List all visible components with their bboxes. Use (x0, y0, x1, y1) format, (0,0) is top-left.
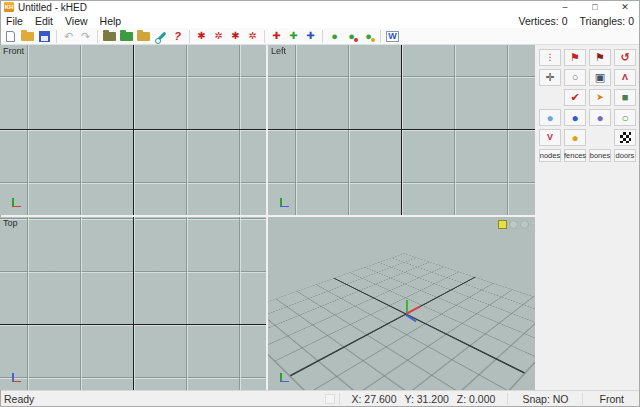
create-cube-button[interactable]: ■ (614, 89, 636, 106)
unweld-selected-icon: ✲ (248, 31, 256, 41)
z-axis-icon (280, 206, 289, 208)
move-tool-button[interactable]: ✛ (539, 69, 561, 86)
checkerboard-icon (620, 132, 631, 143)
import-model-button[interactable] (101, 29, 118, 44)
select-points-icon: ⋮ (546, 53, 555, 62)
lasso-icon: ↺ (620, 52, 629, 63)
undo-button[interactable]: ↶ (60, 29, 77, 44)
perspective-axis-gizmo (277, 369, 291, 383)
rotate-tool-button[interactable]: ○ (564, 69, 586, 86)
perspective-grid-plane (268, 254, 535, 390)
export-folder-icon (120, 32, 133, 41)
viewport-front[interactable]: Front (0, 45, 266, 215)
coord-y: Y: 31.200 (404, 393, 448, 405)
perspective-corner-controls (498, 220, 529, 229)
unweld-vertices-button[interactable]: ✱ (227, 29, 244, 44)
smooth-1-icon: ● (331, 31, 338, 42)
align-y-icon: ✚ (289, 31, 297, 41)
minimize-button[interactable]: – (550, 0, 580, 14)
active-view-indicator: Front (583, 393, 640, 405)
maximize-button[interactable]: □ (580, 0, 610, 14)
vertices-count: Vertices: 0 (519, 15, 568, 27)
viewport-top-label: Top (3, 218, 18, 228)
new-file-button[interactable] (2, 29, 19, 44)
light-sphere-icon: ● (546, 112, 553, 124)
viewport-perspective[interactable] (268, 217, 535, 390)
z-axis-icon (280, 381, 289, 383)
fences-button[interactable]: fences (564, 149, 586, 162)
new-file-icon (6, 31, 15, 42)
caliper-icon: Λ (622, 73, 628, 82)
import-folder-icon (103, 32, 116, 41)
sphere-blue-button[interactable]: ● (564, 109, 586, 126)
menu-edit[interactable]: Edit (29, 14, 59, 28)
app-icon: KH (4, 2, 14, 12)
smooth-group-3-button[interactable]: ● (360, 29, 377, 44)
shading-toggle-icon[interactable] (520, 220, 529, 229)
viewport-top[interactable]: Top (0, 217, 266, 390)
texture-toggle-icon[interactable] (509, 220, 518, 229)
bones-button[interactable]: bones (589, 149, 611, 162)
light-toggle-icon[interactable] (498, 220, 507, 229)
toolbar-separator (97, 30, 98, 43)
align-y-button[interactable]: ✚ (285, 29, 302, 44)
undo-icon: ↶ (64, 31, 73, 42)
export-model-button[interactable] (118, 29, 135, 44)
front-axis-horizontal (0, 129, 266, 130)
checker-flag-button[interactable] (614, 129, 636, 146)
measure-tool-button[interactable]: Λ (614, 69, 636, 86)
open-file-button[interactable] (19, 29, 36, 44)
sphere-yellow-button[interactable]: ● (564, 129, 586, 146)
grid-spacer (589, 129, 611, 146)
save-file-button[interactable] (36, 29, 53, 44)
align-x-button[interactable]: ✚ (268, 29, 285, 44)
nodes-button[interactable]: nodes (539, 149, 561, 162)
unweld-selected-button[interactable]: ✲ (244, 29, 261, 44)
redo-button[interactable]: ↷ (77, 29, 94, 44)
menu-help[interactable]: Help (94, 14, 128, 28)
settings-button[interactable] (152, 29, 169, 44)
select-flag-icon: ⚑ (570, 52, 580, 63)
viewport-left[interactable]: Left (268, 45, 535, 215)
flip-tool-button[interactable]: ✔ (564, 89, 586, 106)
wrench-icon (155, 30, 167, 42)
align-z-button[interactable]: ✚ (302, 29, 319, 44)
viewport-front-label: Front (3, 46, 24, 56)
window-controls: – □ ✕ (550, 0, 640, 14)
uvw-mapping-button[interactable]: W (384, 29, 401, 44)
select-faces-icon: ⚑ (595, 52, 605, 63)
flip-check-icon: ✔ (570, 92, 579, 103)
open-folder-icon (21, 32, 34, 41)
toolbar-separator (189, 30, 190, 43)
weld-selected-button[interactable]: ✲ (210, 29, 227, 44)
perspective-axis-2 (333, 278, 525, 374)
menu-view[interactable]: View (59, 14, 94, 28)
select-lasso-button[interactable]: ↺ (614, 49, 636, 66)
close-button[interactable]: ✕ (610, 0, 640, 14)
sphere-light-button[interactable]: ● (539, 109, 561, 126)
scale-tool-button[interactable]: ▣ (589, 69, 611, 86)
magnet-icon: V (547, 133, 553, 142)
smooth-group-1-button[interactable]: ● (326, 29, 343, 44)
cursor-coordinates: X: 27.600 Y: 31.200 Z: 0.000 (340, 393, 508, 405)
menu-bar: File Edit View Help Vertices: 0 Triangle… (0, 14, 640, 28)
select-drag-button[interactable]: ⚑ (564, 49, 586, 66)
help-button[interactable]: ? (169, 29, 186, 44)
main-toolbar: ↶ ↷ ? ✱ ✲ ✱ ✲ ✚ ✚ ✚ ● ● ● W (0, 28, 640, 45)
reload-textures-button[interactable] (135, 29, 152, 44)
purple-sphere-icon: ● (596, 112, 603, 124)
extrude-tool-button[interactable]: ➤ (589, 89, 611, 106)
select-faces-button[interactable]: ⚑ (589, 49, 611, 66)
sphere-purple-button[interactable]: ● (589, 109, 611, 126)
weld-vertices-button[interactable]: ✱ (193, 29, 210, 44)
smooth-group-2-button[interactable]: ● (343, 29, 360, 44)
status-panel-box (325, 394, 335, 404)
weld-selected-icon: ✲ (214, 31, 222, 41)
select-points-button[interactable]: ⋮ (539, 49, 561, 66)
snap-status: Snap: NO (508, 393, 582, 405)
toolbar-separator (56, 30, 57, 43)
doors-button[interactable]: doors (614, 149, 636, 162)
menu-file[interactable]: File (0, 14, 29, 28)
torus-green-button[interactable]: ○ (614, 109, 636, 126)
magnet-tool-button[interactable]: V (539, 129, 561, 146)
